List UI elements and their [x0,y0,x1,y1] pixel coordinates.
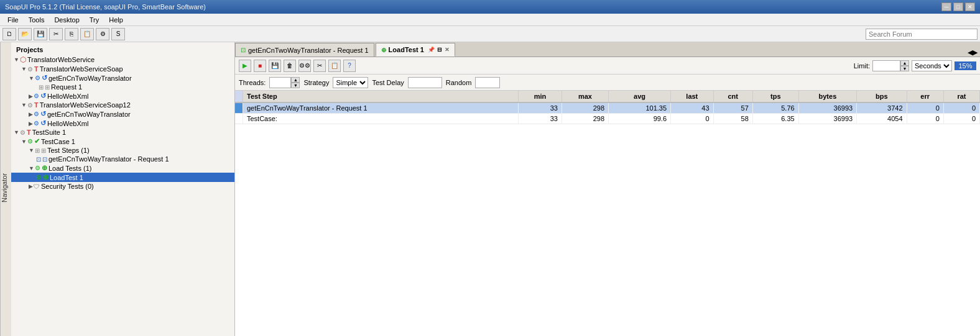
titlebar-controls: ─ □ ✕ [941,2,975,11]
tree-translatorwebservice[interactable]: ▼ ⬡ TranslatorWebService [11,55,234,65]
tab-controls: ◀ ▶ [968,48,980,57]
loadtest-icon: ⚙ [36,174,42,181]
limit-input[interactable]: 60 [872,60,900,71]
threads-input[interactable]: 5 [269,77,291,88]
ts-icon: T [27,129,31,136]
tree-hellowebxml1[interactable]: ▶ ⚙ ↺ HelloWebXml [11,91,234,101]
strategy-select[interactable]: Simple Burst Thread [333,77,368,88]
tree-getentwoway2[interactable]: ▶ ⚙ ↺ getEnCnTwoWayTranslator [11,109,234,119]
tab-scroll-right[interactable]: ▶ [973,48,978,57]
tree-translatorwebservicesoap[interactable]: ▼ ⚙ T TranslatorWebServiceSoap [11,65,234,73]
titlebar: SoapUI Pro 5.1.2 (Trial License, soapUI … [0,0,980,14]
tree-translatorwebservicesoap12[interactable]: ▼ ⚙ T TranslatorWebServiceSoap12 [11,101,234,109]
limit-up[interactable]: ▲ [900,60,909,66]
config-row: Threads: 5 ▲ ▼ Strategy Simple Burst Thr… [235,75,980,91]
expand-icon[interactable]: ▼ [21,138,27,145]
expand-icon[interactable]: ▼ [21,102,27,108]
table-row[interactable]: TestCase: 33 298 99.6 0 58 6.35 36993 40… [235,114,980,124]
table-row[interactable]: getEnCnTwoWayTranslator - Request 1 33 2… [235,102,980,114]
expand-icon[interactable]: ▼ [29,147,34,153]
col-bps: bps [857,91,907,102]
tree-testsuite1[interactable]: ▼ ⚙ T TestSuite 1 [11,128,234,137]
paste-lt-button[interactable]: 📋 [328,60,341,72]
tree-loadtest1[interactable]: ⚙ ⊕ LoadTest 1 [11,173,234,182]
tab-close-button[interactable]: ✕ [445,47,450,53]
threads-down[interactable]: ▼ [291,83,300,88]
expand-icon[interactable]: ▼ [21,66,27,72]
col-teststep: Test Step [243,91,519,102]
strategy-label: Strategy [303,79,329,86]
tree-securitytests[interactable]: ▶ 🛡 Security Tests (0) [11,182,234,191]
step-icon: ⊡ [36,156,41,163]
new-button[interactable]: 🗋 [2,28,16,40]
maximize-button[interactable]: □ [953,2,963,11]
col-err: err [907,91,943,102]
cut-button[interactable]: ✂ [49,28,63,40]
expand-icon[interactable]: ▶ [29,183,33,189]
limit-unit-select[interactable]: Seconds Minutes Hours [912,60,952,71]
search-input[interactable] [866,29,978,40]
tree-getentwoway1[interactable]: ▼ ⚙ ↺ getEnCnTwoWayTranslator [11,73,234,83]
tree-requeststep[interactable]: ⊡ ⊡ getEnCnTwoWayTranslator - Request 1 [11,155,234,163]
tree-item-label: getEnCnTwoWayTranslator - Request 1 [49,155,169,163]
expand-icon[interactable]: ▼ [14,129,19,135]
expand-icon[interactable]: ▶ [29,93,33,99]
copy-button[interactable]: ⎘ [65,28,78,40]
navigator-tab[interactable]: Navigator [0,42,11,336]
run-button[interactable]: ▶ [239,60,251,72]
expand-icon[interactable]: ▶ [29,111,33,117]
open-button[interactable]: 📂 [18,28,32,40]
help-button[interactable]: ? [343,60,356,72]
cell-cnt: 57 [713,102,752,114]
cell-avg2: 99.6 [609,114,671,124]
curl-icon3: ↺ [40,110,46,118]
menu-tools[interactable]: Tools [24,15,50,25]
clear-button[interactable]: 🗑 [284,60,296,72]
soapui-button[interactable]: S [111,28,125,40]
tree-hellowebxml2[interactable]: ▶ ⚙ ↺ HelloWebXml [11,119,234,128]
delay-input[interactable]: 1000 [408,77,442,88]
paste-button[interactable]: 📋 [80,28,94,40]
preferences-button[interactable]: ⚙ [96,28,109,40]
menu-desktop[interactable]: Desktop [49,15,84,25]
tree-teststeps[interactable]: ▼ ⊞ ⊞ Test Steps (1) [11,146,234,155]
threads-up[interactable]: ▲ [291,77,300,83]
percent-indicator: 15% [955,61,976,70]
threads-spinner: 5 ▲ ▼ [269,77,300,88]
tree-item-label: HelloWebXml [47,120,88,127]
export-button[interactable]: 💾 [269,60,281,72]
cell-tps: 5.76 [752,102,798,114]
tab-scroll-left[interactable]: ◀ [968,48,973,57]
cell-min2: 33 [519,114,562,124]
tc-icon: ✔ [34,137,40,145]
menu-try[interactable]: Try [85,15,104,25]
tree-item-label: Test Steps (1) [47,147,90,154]
options-button[interactable]: ⚙⚙ [298,60,311,72]
tab-loadtest1[interactable]: ⊕ LoadTest 1 📌 ⊟ ✕ [376,43,455,57]
tree-loadtests[interactable]: ▼ ⚙ ⊕ Load Tests (1) [11,163,234,173]
scissors-button[interactable]: ✂ [313,60,326,72]
security-icon: 🛡 [34,183,40,190]
curl-icon2: ↺ [40,92,46,100]
expand-icon[interactable]: ▼ [29,75,34,81]
expand-icon[interactable]: ▼ [29,165,34,171]
menu-file[interactable]: File [2,15,24,25]
tree-testcase1[interactable]: ▼ ⚙ ✔ TestCase 1 [11,137,234,146]
data-table: Test Step min max avg last cnt tps bytes… [235,91,980,336]
save-button[interactable]: 💾 [34,28,47,40]
expand-icon[interactable]: ▼ [14,57,19,63]
limit-down[interactable]: ▼ [900,66,909,71]
minimize-button[interactable]: ─ [941,2,951,11]
search-area [866,29,978,40]
stop-button[interactable]: ■ [254,60,266,72]
menu-help[interactable]: Help [104,15,128,25]
tab-request1[interactable]: ⊡ getEnCnTwoWayTranslator - Request 1 [235,43,374,57]
tree-request1[interactable]: ⊞ ⊞ Request 1 [11,83,234,91]
random-input[interactable]: 0.5 [475,77,500,88]
close-button[interactable]: ✕ [965,2,975,11]
cell-last2: 0 [671,114,714,124]
limit-spinner-btns: ▲ ▼ [900,60,909,71]
expand-icon[interactable]: ▶ [29,120,33,127]
main-toolbar: 🗋 📂 💾 ✂ ⎘ 📋 ⚙ S [0,26,980,42]
tabs-bar: ⊡ getEnCnTwoWayTranslator - Request 1 ⊕ … [235,42,980,57]
